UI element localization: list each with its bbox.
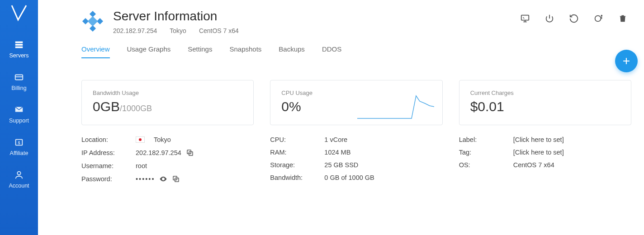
bandwidth-detail-value[interactable]: 0 GB of 1000 GB bbox=[324, 174, 374, 181]
flag-jp-icon bbox=[136, 136, 145, 143]
details-col-1: Location: Tokyo IP Address: 202.182.97.2… bbox=[81, 136, 254, 188]
charges-value: $0.01 bbox=[470, 99, 620, 114]
username-key: Username: bbox=[81, 162, 136, 169]
tab-ddos[interactable]: DDOS bbox=[322, 45, 341, 58]
tag-key: Tag: bbox=[459, 149, 513, 156]
copy-icon[interactable] bbox=[172, 175, 180, 183]
sidebar-item-support[interactable]: Support bbox=[0, 99, 38, 132]
page-title: Server Information bbox=[113, 9, 520, 24]
ram-value: 1024 MB bbox=[324, 149, 350, 156]
sidebar-item-label: Account bbox=[9, 183, 29, 189]
affiliate-icon: $ bbox=[14, 137, 24, 147]
svg-rect-1 bbox=[15, 44, 23, 46]
sidebar: Servers Billing Support $ Affiliate Acco… bbox=[0, 0, 38, 235]
tab-usage-graphs[interactable]: Usage Graphs bbox=[127, 45, 171, 58]
svg-rect-12 bbox=[88, 16, 98, 27]
bandwidth-value: 0GB/1000GB bbox=[93, 99, 242, 114]
svg-point-19 bbox=[163, 179, 164, 180]
charges-label: Current Charges bbox=[470, 89, 620, 96]
billing-icon bbox=[14, 72, 24, 82]
tab-settings[interactable]: Settings bbox=[188, 45, 212, 58]
delete-icon[interactable] bbox=[618, 14, 628, 24]
logo-icon bbox=[10, 4, 28, 22]
cpu-detail-value: 1 vCore bbox=[324, 136, 347, 143]
sidebar-item-label: Support bbox=[9, 118, 29, 124]
username-value: root bbox=[136, 162, 147, 169]
header-os: CentOS 7 x64 bbox=[199, 27, 239, 34]
tag-set-link[interactable]: [Click here to set] bbox=[513, 149, 564, 156]
location-key: Location: bbox=[81, 136, 136, 143]
main-content: Server Information 202.182.97.254 Tokyo … bbox=[38, 0, 644, 235]
console-icon[interactable] bbox=[520, 14, 530, 24]
servers-icon bbox=[14, 40, 24, 50]
header-ip: 202.182.97.254 bbox=[113, 27, 157, 34]
storage-value: 25 GB SSD bbox=[324, 161, 358, 169]
cpu-key: CPU: bbox=[270, 136, 324, 143]
bandwidth-card: Bandwidth Usage 0GB/1000GB bbox=[81, 80, 254, 125]
account-icon bbox=[14, 170, 24, 180]
plus-icon: + bbox=[623, 54, 630, 68]
svg-point-14 bbox=[595, 16, 601, 22]
tab-snapshots[interactable]: Snapshots bbox=[229, 45, 261, 58]
svg-rect-2 bbox=[15, 47, 23, 48]
svg-point-16 bbox=[601, 15, 602, 16]
bandwidth-label: Bandwidth Usage bbox=[93, 89, 242, 96]
location-value: Tokyo bbox=[154, 136, 171, 143]
ip-value: 202.182.97.254 bbox=[136, 149, 181, 156]
os-value: CentOS 7 x64 bbox=[513, 161, 554, 169]
details-col-3: Label:[Click here to set] Tag:[Click her… bbox=[459, 136, 631, 188]
support-icon bbox=[14, 105, 24, 115]
svg-point-7 bbox=[17, 172, 20, 175]
tab-overview[interactable]: Overview bbox=[81, 45, 110, 58]
copy-icon[interactable] bbox=[186, 149, 194, 157]
cpu-card: CPU Usage 0% bbox=[270, 80, 442, 125]
restart-icon[interactable] bbox=[569, 14, 579, 24]
cpu-sparkline bbox=[357, 92, 434, 119]
password-key: Password: bbox=[81, 175, 136, 183]
header-location: Tokyo bbox=[170, 27, 186, 34]
power-icon[interactable] bbox=[545, 14, 554, 24]
action-toolbar bbox=[520, 14, 628, 24]
svg-text:$: $ bbox=[18, 141, 20, 145]
sidebar-item-label: Billing bbox=[11, 85, 26, 91]
os-key: OS: bbox=[459, 161, 513, 169]
sidebar-item-servers[interactable]: Servers bbox=[0, 34, 38, 67]
eye-icon[interactable] bbox=[159, 175, 167, 183]
sidebar-item-label: Servers bbox=[9, 52, 28, 59]
bandwidth-detail-key: Bandwidth: bbox=[270, 174, 324, 181]
label-key: Label: bbox=[459, 136, 513, 143]
add-server-button[interactable]: + bbox=[615, 50, 638, 72]
details-col-2: CPU:1 vCore RAM:1024 MB Storage:25 GB SS… bbox=[270, 136, 442, 188]
ip-key: IP Address: bbox=[81, 149, 136, 156]
sidebar-item-billing[interactable]: Billing bbox=[0, 67, 38, 99]
svg-rect-0 bbox=[15, 42, 23, 43]
charges-card: Current Charges $0.01 bbox=[459, 80, 631, 125]
sidebar-item-label: Affiliate bbox=[10, 150, 28, 156]
reinstall-icon[interactable] bbox=[593, 14, 603, 24]
ram-key: RAM: bbox=[270, 149, 324, 156]
sidebar-item-account[interactable]: Account bbox=[0, 164, 38, 197]
storage-key: Storage: bbox=[270, 161, 324, 169]
label-set-link[interactable]: [Click here to set] bbox=[513, 136, 564, 143]
server-os-icon bbox=[81, 10, 104, 33]
tab-backups[interactable]: Backups bbox=[279, 45, 305, 58]
svg-rect-13 bbox=[521, 15, 529, 20]
tabs: Overview Usage Graphs Settings Snapshots… bbox=[81, 45, 631, 58]
password-value: •••••• bbox=[136, 175, 155, 183]
sidebar-item-affiliate[interactable]: $ Affiliate bbox=[0, 132, 38, 164]
